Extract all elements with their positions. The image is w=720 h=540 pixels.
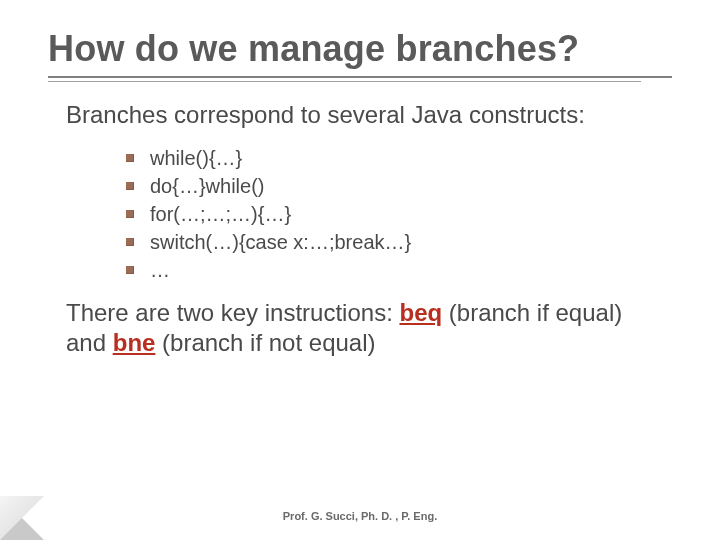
list-item: while(){…} bbox=[126, 144, 672, 172]
list-item-label: switch(…){case x:…;break…} bbox=[150, 231, 411, 253]
list-item: for(…;…;…){…} bbox=[126, 200, 672, 228]
keyword-beq: beq bbox=[399, 299, 442, 326]
bullet-list: while(){…} do{…}while() for(…;…;…){…} sw… bbox=[126, 144, 672, 284]
list-item: switch(…){case x:…;break…} bbox=[126, 228, 672, 256]
list-item: do{…}while() bbox=[126, 172, 672, 200]
outro-post: (branch if not equal) bbox=[155, 329, 375, 356]
outro-pre: There are two key instructions: bbox=[66, 299, 399, 326]
page-curl-icon bbox=[0, 496, 44, 540]
slide-body: Branches correspond to several Java cons… bbox=[48, 100, 672, 358]
title-rule bbox=[48, 76, 672, 82]
intro-text: Branches correspond to several Java cons… bbox=[66, 100, 654, 130]
list-item-label: for(…;…;…){…} bbox=[150, 203, 291, 225]
list-item-label: … bbox=[150, 259, 170, 281]
keyword-bne: bne bbox=[113, 329, 156, 356]
slide: How do we manage branches? Branches corr… bbox=[0, 0, 720, 540]
slide-title: How do we manage branches? bbox=[48, 28, 672, 70]
outro-text: There are two key instructions: beq (bra… bbox=[66, 298, 654, 358]
list-item-label: while(){…} bbox=[150, 147, 242, 169]
list-item-label: do{…}while() bbox=[150, 175, 265, 197]
list-item: … bbox=[126, 256, 672, 284]
slide-footer: Prof. G. Succi, Ph. D. , P. Eng. bbox=[0, 510, 720, 522]
